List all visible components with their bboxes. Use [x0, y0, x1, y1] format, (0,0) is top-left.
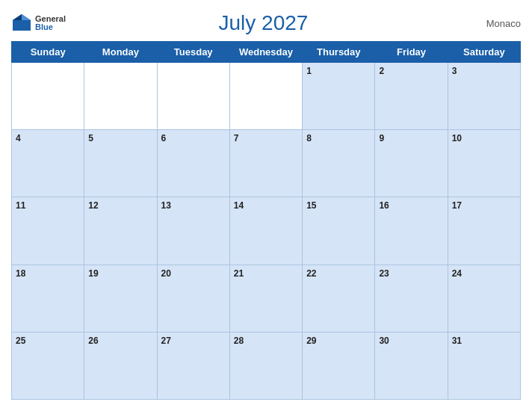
header-friday: Friday	[375, 42, 448, 63]
calendar-body: 1234567891011121314151617181920212223242…	[12, 63, 521, 400]
header-wednesday: Wednesday	[229, 42, 302, 63]
week-row-4: 18192021222324	[12, 265, 521, 332]
week-row-2: 45678910	[12, 130, 521, 197]
logo-blue-text: Blue	[35, 23, 66, 31]
calendar-cell: 30	[375, 332, 448, 399]
day-number: 25	[16, 336, 25, 346]
day-number: 23	[379, 268, 389, 279]
calendar-cell: 28	[229, 332, 302, 399]
day-number: 2	[379, 66, 384, 76]
week-row-1: 123	[12, 63, 521, 130]
calendar-cell: 11	[12, 197, 84, 265]
day-number: 13	[161, 200, 171, 211]
logo-icon	[11, 13, 32, 34]
calendar-cell: 12	[84, 197, 157, 265]
calendar-cell: 6	[157, 130, 229, 197]
svg-marker-2	[13, 14, 22, 20]
calendar-cell: 18	[12, 265, 84, 332]
day-number: 27	[161, 336, 171, 346]
calendar-cell: 25	[12, 332, 84, 399]
day-number: 22	[306, 268, 316, 279]
calendar-cell: 27	[157, 332, 229, 399]
header-monday: Monday	[84, 42, 157, 63]
day-number: 16	[379, 200, 389, 211]
calendar-cell: 17	[448, 197, 520, 265]
day-number: 7	[234, 133, 239, 143]
calendar-table: Sunday Monday Tuesday Wednesday Thursday…	[11, 41, 521, 400]
day-number: 15	[306, 200, 316, 211]
calendar-cell: 31	[448, 332, 520, 399]
calendar-cell: 21	[229, 265, 302, 332]
day-number: 4	[16, 133, 21, 143]
day-number: 8	[306, 133, 312, 143]
calendar-cell: 5	[84, 130, 157, 197]
calendar-cell: 15	[303, 197, 375, 265]
day-number: 12	[88, 200, 98, 211]
calendar-cell: 3	[448, 63, 520, 130]
calendar-cell: 20	[157, 265, 229, 332]
week-row-3: 11121314151617	[12, 197, 521, 265]
calendar-cell: 16	[375, 197, 448, 265]
calendar-header: General Blue July 2027 Monaco	[11, 7, 521, 41]
logo: General Blue	[11, 13, 66, 34]
day-number: 14	[234, 200, 244, 211]
header-tuesday: Tuesday	[157, 42, 229, 63]
day-number: 26	[88, 336, 98, 346]
header-saturday: Saturday	[448, 42, 520, 63]
day-number: 17	[452, 200, 462, 211]
day-number: 24	[452, 268, 462, 279]
day-number: 29	[306, 336, 316, 346]
calendar-cell: 23	[375, 265, 448, 332]
calendar-cell: 29	[303, 332, 375, 399]
calendar-cell: 24	[448, 265, 520, 332]
calendar-cell: 9	[375, 130, 448, 197]
day-number: 9	[379, 133, 384, 143]
calendar-cell: 14	[229, 197, 302, 265]
day-number: 19	[88, 268, 98, 279]
day-number: 28	[234, 336, 244, 346]
calendar-cell	[229, 63, 302, 130]
day-number: 21	[234, 268, 244, 279]
calendar-title: July 2027	[66, 11, 461, 35]
day-number: 10	[452, 133, 462, 143]
days-header-row: Sunday Monday Tuesday Wednesday Thursday…	[12, 42, 521, 63]
logo-text: General Blue	[35, 15, 66, 31]
country-label: Monaco	[461, 18, 521, 29]
calendar-cell	[12, 63, 84, 130]
week-row-5: 25262728293031	[12, 332, 521, 399]
calendar-cell: 8	[303, 130, 375, 197]
calendar-cell: 13	[157, 197, 229, 265]
calendar-cell: 7	[229, 130, 302, 197]
day-number: 20	[161, 268, 171, 279]
calendar-cell: 1	[303, 63, 375, 130]
header-sunday: Sunday	[12, 42, 84, 63]
calendar-cell: 26	[84, 332, 157, 399]
calendar-cell	[84, 63, 157, 130]
calendar-cell: 10	[448, 130, 520, 197]
day-number: 11	[16, 200, 25, 211]
day-number: 30	[379, 336, 389, 346]
day-number: 18	[16, 268, 25, 279]
calendar-cell	[157, 63, 229, 130]
calendar-cell: 2	[375, 63, 448, 130]
day-number: 5	[88, 133, 93, 143]
day-number: 31	[452, 336, 462, 346]
header-thursday: Thursday	[303, 42, 375, 63]
day-number: 3	[452, 66, 457, 76]
calendar-cell: 19	[84, 265, 157, 332]
calendar-cell: 22	[303, 265, 375, 332]
svg-marker-1	[22, 14, 31, 20]
day-number: 6	[161, 133, 167, 143]
calendar-cell: 4	[12, 130, 84, 197]
day-number: 1	[306, 66, 312, 76]
